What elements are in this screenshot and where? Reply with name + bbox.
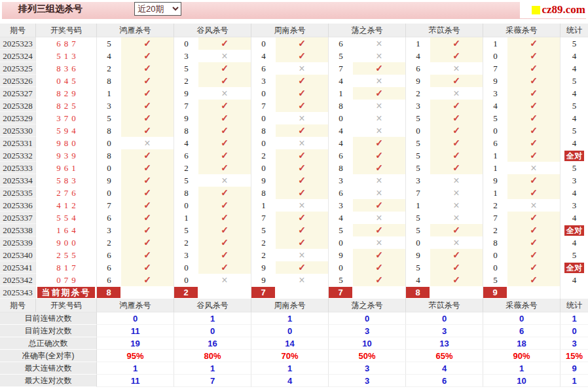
kill-number: 4 <box>406 274 430 286</box>
column-header: 采薇杀号 <box>483 299 560 312</box>
draw-numbers-cell: 045 <box>36 75 97 87</box>
summary-value: 3 <box>329 362 406 375</box>
kill-cell: 8 <box>97 286 174 299</box>
kill-cell: 7✓ <box>97 199 174 212</box>
check-icon: ✓ <box>430 137 483 149</box>
summary-value: 4 <box>251 375 329 387</box>
table-row: 20253329398✓6✓2✓6✓5✓1✓全对 <box>0 149 588 162</box>
kill-number: 2 <box>97 62 121 75</box>
kill-cell: 8✓ <box>174 124 251 137</box>
table-row: 20253364127✓0✓1×3✓1×2×3 <box>0 199 588 212</box>
kill-number: 7 <box>174 100 198 112</box>
kill-cell: 0× <box>406 236 483 249</box>
column-header: 荡之杀号 <box>329 24 406 37</box>
check-icon: ✓ <box>121 149 174 162</box>
stat-cell: 5 <box>560 162 588 174</box>
period-cell: 2025332 <box>0 149 36 162</box>
kill-number: 0 <box>251 162 276 174</box>
check-icon: ✓ <box>276 50 328 62</box>
kill-number: 8 <box>251 124 276 137</box>
cross-icon: × <box>198 87 251 100</box>
kill-cell: 7 <box>329 286 406 299</box>
kill-cell: 0✓ <box>251 162 329 174</box>
period-cell: 2025330 <box>0 124 36 137</box>
current-period-row: 2025343当前期杀号827789 <box>0 286 588 299</box>
kill-number: 9 <box>251 174 276 187</box>
kill-number: 3 <box>97 100 121 112</box>
draw-numbers-cell: 370 <box>36 112 97 124</box>
check-icon: ✓ <box>198 37 251 50</box>
kill-number: 8 <box>97 75 121 87</box>
kill-number: 4 <box>174 137 198 149</box>
stat-cell: 4 <box>560 112 588 124</box>
stat-cell: 4 <box>560 212 588 224</box>
summary-value: 10 <box>329 337 406 350</box>
check-icon: ✓ <box>121 75 174 87</box>
cross-icon: × <box>430 187 483 199</box>
kill-cell: 6✓ <box>97 261 174 274</box>
kill-cell: 0× <box>329 112 406 124</box>
kill-cell: 6× <box>329 187 406 199</box>
kill-cell: 0✓ <box>97 162 174 174</box>
kill-number: 1 <box>483 187 507 199</box>
check-icon: ✓ <box>121 112 174 124</box>
check-icon: ✓ <box>507 124 560 137</box>
kill-number: 4 <box>406 50 430 62</box>
kill-number: 0 <box>251 112 276 124</box>
period-cell: 2025323 <box>0 37 36 50</box>
period-cell: 2025338 <box>0 224 36 236</box>
summary-value: 65% <box>406 350 483 362</box>
table-row: 20253339610✓2✓0✓8✓5✓1×5 <box>0 162 588 174</box>
kill-number: 0 <box>97 137 121 149</box>
cross-icon: × <box>276 249 328 261</box>
check-icon: ✓ <box>507 100 560 112</box>
kill-number: 6 <box>97 249 121 261</box>
kill-number: 4 <box>483 100 507 112</box>
draw-numbers-cell: 939 <box>36 149 97 162</box>
kill-number: 0 <box>97 187 121 199</box>
kill-number: 7 <box>251 100 276 112</box>
kill-number: 5 <box>329 50 353 62</box>
check-icon: ✓ <box>121 274 174 286</box>
kill-cell: 1✓ <box>329 87 406 100</box>
check-icon: ✓ <box>121 261 174 274</box>
table-row: 20253236875✓0✓0✓6×1✓1✓5 <box>0 37 588 50</box>
kill-cell: 7✓ <box>483 62 560 75</box>
kill-cell: 9✓ <box>97 174 174 187</box>
check-icon: ✓ <box>276 212 328 224</box>
table-row: 20253293705✓9✓0×0×5✓5✓4 <box>0 112 588 124</box>
kill-cell: 4× <box>329 75 406 87</box>
kill-number: 2 <box>483 224 507 236</box>
draw-numbers-cell: 836 <box>36 62 97 75</box>
kill-number: 3 <box>174 50 198 62</box>
period-cell: 2025329 <box>0 112 36 124</box>
kill-number: 3 <box>406 100 430 112</box>
check-icon: ✓ <box>276 149 328 162</box>
kill-number: 9 <box>406 249 430 261</box>
kill-number: 9 <box>329 249 353 261</box>
range-select[interactable]: 近20期 <box>134 2 181 16</box>
kill-cell: 5✓ <box>406 112 483 124</box>
column-header: 期号 <box>0 24 36 37</box>
kill-number: 0 <box>174 37 198 50</box>
summary-value: 3 <box>560 337 588 350</box>
check-icon: ✓ <box>198 187 251 199</box>
kill-number: 0 <box>174 274 198 286</box>
cross-icon: × <box>353 212 405 224</box>
column-header: 采薇杀号 <box>483 24 560 37</box>
kill-cell: 1✓ <box>406 37 483 50</box>
current-kill-number: 8 <box>97 287 120 298</box>
kill-cell: 0✓ <box>251 87 329 100</box>
kill-number: 6 <box>174 149 198 162</box>
table-row: 20253375546✓1✓7✓4×5×7✓4 <box>0 212 588 224</box>
kill-cell: 3✓ <box>329 199 406 212</box>
summary-row: 最大连错次数1113419 <box>0 362 588 375</box>
check-icon: ✓ <box>121 212 174 224</box>
period-cell: 2025336 <box>0 199 36 212</box>
kill-number: 2 <box>251 149 276 162</box>
stat-cell: 4 <box>560 187 588 199</box>
check-icon: ✓ <box>276 162 328 174</box>
kill-cell: 6× <box>329 37 406 50</box>
stat-cell: 全对 <box>560 149 588 162</box>
kill-cell: 4✓ <box>483 100 560 112</box>
